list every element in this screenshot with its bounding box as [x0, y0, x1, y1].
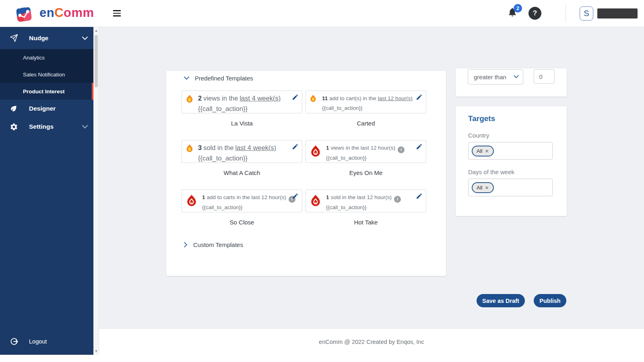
section-title: Custom Templates [193, 241, 243, 248]
fire-icon [185, 144, 194, 154]
send-icon [10, 34, 19, 43]
template-text: add to carts in the last 12 hour(s) [207, 194, 286, 200]
count-value: 3 [198, 144, 202, 151]
logout-icon [10, 337, 19, 346]
chevron-down-icon [184, 76, 189, 80]
call-to-action-placeholder: {{call_to_action}} [198, 153, 290, 163]
days-of-week-field[interactable]: All✕ [468, 179, 553, 196]
template-text: add to cart(s) in the [329, 95, 376, 101]
sidebar-item-label: Product Interest [23, 88, 65, 95]
scrollbar[interactable]: ▲ ▼ [93, 27, 99, 355]
timeframe-link[interactable]: last 4 week(s) [235, 144, 276, 151]
timeframe-link[interactable]: last 12 hour(s) [378, 95, 413, 101]
call-to-action-placeholder: {{call_to_action}} [322, 103, 414, 113]
call-to-action-placeholder: {{call_to_action}} [198, 103, 290, 114]
count-value: 1 [326, 145, 329, 151]
question-mark-icon: ? [533, 9, 537, 17]
template-name: La Vista [182, 120, 302, 127]
leaf-icon [10, 104, 19, 113]
help-button[interactable]: ? [528, 7, 541, 20]
days-of-week-label: Days of the week [468, 169, 567, 175]
avatar-initial: S [584, 9, 589, 18]
scroll-up-arrow-icon[interactable]: ▲ [94, 28, 99, 33]
hamburger-menu-icon[interactable] [113, 10, 121, 17]
sidebar-item-nudge[interactable]: Nudge [0, 27, 93, 49]
edit-pencil-icon[interactable] [416, 143, 423, 151]
logo-wordmark: enComm [39, 6, 94, 20]
country-label: Country [468, 132, 567, 139]
call-to-action-placeholder: {{call_to_action}} [202, 203, 290, 212]
sidebar-item-product-interest[interactable]: Product Interest [0, 83, 93, 100]
info-icon[interactable]: i [398, 146, 405, 153]
chevron-down-icon [82, 123, 88, 130]
info-icon[interactable]: i [394, 196, 401, 203]
template-card-la-vista[interactable]: 2views in thelast 4 week(s) {{call_to_ac… [182, 90, 302, 113]
chevron-down-icon [514, 75, 519, 78]
template-cell: 11add to cart(s) in thelast 12 hour(s) {… [305, 90, 426, 127]
country-chip: All✕ [472, 146, 494, 156]
call-to-action-placeholder: {{call_to_action}} [326, 203, 414, 212]
sidebar-item-label: Nudge [29, 35, 48, 42]
notifications-button[interactable]: 2 [507, 7, 522, 21]
template-grid: 2views in thelast 4 week(s) {{call_to_ac… [182, 90, 426, 239]
targets-panel: Targets Country All✕ Days of the week Al… [456, 106, 567, 216]
notification-count-badge: 2 [514, 4, 522, 12]
chip-label: All [477, 185, 482, 191]
save-as-draft-button[interactable]: Save as Draft [477, 294, 525, 307]
custom-templates-toggle[interactable]: Custom Templates [182, 241, 426, 248]
operator-select[interactable]: greater than [468, 69, 523, 84]
template-card-hot-take[interactable]: 1sold in the last 12 hour(s)i {{call_to_… [305, 189, 426, 212]
sidebar-item-analytics[interactable]: Analytics [0, 49, 93, 66]
threshold-input[interactable]: 0 [534, 69, 555, 84]
sidebar-item-logout[interactable]: Logout [0, 332, 93, 351]
edit-pencil-icon[interactable] [292, 94, 299, 102]
app-logo[interactable]: enComm [11, 2, 94, 24]
edit-pencil-icon[interactable] [416, 94, 423, 102]
threshold-value: 0 [539, 73, 542, 80]
template-card-so-close[interactable]: 1add to carts in the last 12 hour(s)i {{… [182, 189, 302, 212]
sidebar-nav: Nudge Analytics Sales Notification Produ… [0, 27, 93, 355]
templates-panel: Predefined Templates 2views in thelast 4… [166, 71, 446, 276]
call-to-action-placeholder: {{call_to_action}} [326, 153, 414, 163]
nudge-submenu: Analytics Sales Notification Product Int… [0, 49, 93, 100]
template-cell: 1add to carts in the last 12 hour(s)i {{… [182, 189, 302, 226]
flame-icon [185, 194, 198, 208]
days-chip: All✕ [472, 182, 494, 193]
template-name: What A Catch [182, 169, 302, 176]
sidebar-item-label: Logout [29, 338, 47, 345]
count-value: 11 [322, 95, 328, 101]
sidebar-item-designer[interactable]: Designer [0, 100, 93, 117]
edit-pencil-icon[interactable] [292, 143, 299, 152]
timeframe-link[interactable]: last 4 week(s) [239, 95, 281, 102]
user-avatar[interactable]: S [580, 6, 593, 21]
edit-pencil-icon[interactable] [416, 193, 423, 201]
count-value: 1 [326, 194, 329, 200]
sidebar-item-settings[interactable]: Settings [0, 117, 93, 136]
country-field[interactable]: All✕ [468, 142, 553, 160]
template-name: Eyes On Me [305, 169, 426, 176]
scrollbar-thumb[interactable] [95, 35, 98, 87]
user-name-masked [597, 8, 638, 19]
template-card-carted[interactable]: 11add to cart(s) in thelast 12 hour(s) {… [305, 90, 426, 113]
template-card-eyes-on-me[interactable]: 1views in the last 12 hour(s)i {{call_to… [305, 140, 426, 163]
count-value: 2 [198, 95, 202, 102]
sidebar-item-label: Settings [29, 123, 54, 130]
gear-icon [10, 122, 19, 131]
template-text: sold in the last 12 hour(s) [331, 194, 392, 200]
chevron-right-icon [184, 242, 188, 247]
chevron-down-icon [82, 35, 88, 42]
edit-pencil-icon[interactable] [292, 193, 299, 201]
shopping-bag-logo-icon [11, 2, 36, 24]
chip-remove-icon[interactable]: ✕ [485, 148, 489, 154]
template-cell: 1views in the last 12 hour(s)i {{call_to… [305, 140, 426, 176]
template-card-what-a-catch[interactable]: 3sold in thelast 4 week(s) {{call_to_act… [182, 140, 302, 163]
publish-button[interactable]: Publish [534, 294, 566, 307]
chip-remove-icon[interactable]: ✕ [485, 185, 489, 191]
scroll-down-arrow-icon[interactable]: ▼ [94, 348, 99, 354]
flame-icon [309, 194, 322, 208]
predefined-templates-toggle[interactable]: Predefined Templates [182, 75, 426, 82]
chip-label: All [477, 148, 482, 154]
app-header: enComm 2 ? S [0, 0, 644, 27]
page-footer: enComm @ 2022 Created by Enqos, Inc [99, 329, 644, 355]
sidebar-item-sales-notification[interactable]: Sales Notification [0, 66, 93, 83]
